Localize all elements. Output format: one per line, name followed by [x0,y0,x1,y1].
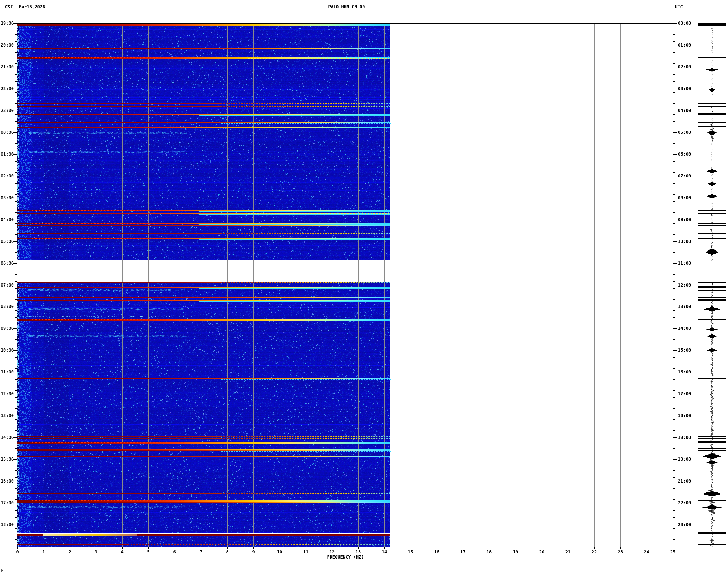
utc-hour-label: 12:00 [678,283,691,288]
utc-hour-label: 04:00 [678,108,691,113]
frequency-tick-label: 10 [275,550,285,555]
cst-hour-label: 15:00 [0,457,14,462]
utc-hour-label: 11:00 [678,261,691,266]
cst-hour-label: 09:00 [0,326,14,331]
frequency-tick-label: 22 [589,550,599,555]
utc-hour-label: 18:00 [678,413,691,418]
cst-hour-label: 14:00 [0,435,14,440]
corner-artifact-mark: M [1,569,3,573]
cst-hour-label: 13:00 [0,413,14,418]
utc-hour-label: 16:00 [678,370,691,375]
utc-hour-label: 03:00 [678,87,691,91]
spectrogram-page: CST Mar15,2026 PALO HHN CM 00 UTC 19:002… [0,0,728,576]
utc-hour-label: 10:00 [678,239,691,244]
frequency-tick-label: 12 [327,550,337,555]
frequency-tick-label: 15 [405,550,416,555]
cst-hour-label: 17:00 [0,501,14,505]
utc-hour-label: 22:00 [678,501,691,505]
frequency-tick-label: 6 [169,550,180,555]
utc-hour-label: 01:00 [678,43,691,48]
cst-hour-label: 00:00 [0,130,14,135]
cst-hour-label: 23:00 [0,108,14,113]
frequency-tick-label: 24 [641,550,652,555]
cst-hour-label: 16:00 [0,479,14,484]
timezone-right-label: UTC [675,4,683,9]
cst-hour-label: 08:00 [0,304,14,309]
utc-hour-label: 06:00 [678,152,691,157]
cst-hour-label: 18:00 [0,523,14,527]
frequency-tick-label: 21 [563,550,573,555]
frequency-tick-label: 7 [196,550,206,555]
utc-hour-label: 14:00 [678,326,691,331]
frequency-tick-label: 20 [537,550,547,555]
cst-hour-label: 10:00 [0,348,14,353]
frequency-tick-label: 18 [484,550,494,555]
station-title: PALO HHN CM 00 [310,4,383,9]
frequency-tick-label: 13 [353,550,363,555]
cst-hour-label: 20:00 [0,43,14,48]
frequency-tick-label: 8 [222,550,232,555]
date-label: Mar15,2026 [19,4,45,9]
cst-hour-label: 06:00 [0,261,14,266]
cst-hour-label: 22:00 [0,87,14,91]
utc-hour-label: 21:00 [678,479,691,484]
frequency-tick-label: 17 [458,550,468,555]
frequency-tick-label: 4 [117,550,127,555]
cst-hour-label: 02:00 [0,174,14,179]
frequency-tick-label: 0 [12,550,23,555]
frequency-tick-label: 3 [91,550,101,555]
utc-hour-label: 02:00 [678,65,691,69]
frequency-tick-label: 1 [39,550,49,555]
utc-hour-label: 00:00 [678,21,691,26]
frequency-tick-label: 19 [511,550,521,555]
cst-hour-label: 19:00 [0,21,14,26]
cst-hour-label: 05:00 [0,239,14,244]
frequency-tick-label: 5 [143,550,153,555]
cst-hour-label: 12:00 [0,392,14,396]
utc-hour-label: 05:00 [678,130,691,135]
utc-hour-label: 13:00 [678,304,691,309]
utc-hour-label: 08:00 [678,196,691,200]
utc-hour-label: 09:00 [678,217,691,222]
cst-hour-label: 04:00 [0,217,14,222]
frequency-tick-label: 16 [432,550,442,555]
cst-hour-label: 11:00 [0,370,14,375]
cst-hour-label: 07:00 [0,283,14,288]
utc-hour-label: 19:00 [678,435,691,440]
timezone-left-label: CST [5,4,13,9]
cst-hour-label: 03:00 [0,196,14,200]
utc-hour-label: 23:00 [678,523,691,527]
frequency-axis-title: FREQUENCY (HZ) [320,555,371,560]
cst-hour-label: 01:00 [0,152,14,157]
frequency-tick-label: 9 [248,550,259,555]
frequency-tick-label: 25 [668,550,678,555]
frequency-tick-label: 11 [301,550,311,555]
utc-hour-label: 20:00 [678,457,691,462]
utc-hour-label: 07:00 [678,174,691,179]
frequency-tick-label: 2 [65,550,75,555]
utc-hour-label: 15:00 [678,348,691,353]
cst-hour-label: 21:00 [0,65,14,69]
frequency-tick-label: 14 [379,550,389,555]
spectrogram-plot-canvas [0,0,728,576]
frequency-tick-label: 23 [615,550,625,555]
utc-hour-label: 17:00 [678,392,691,396]
